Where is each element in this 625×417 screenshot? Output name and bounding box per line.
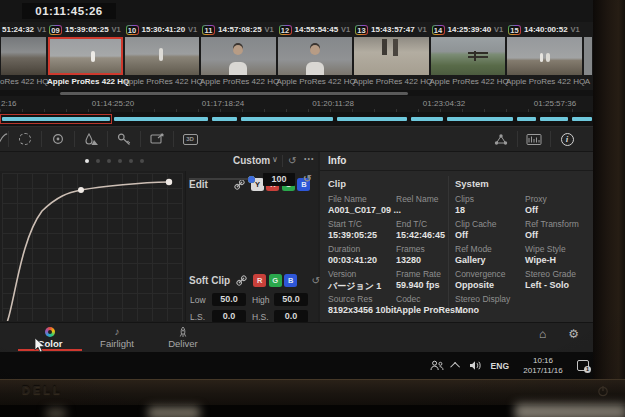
curves-icon[interactable]: [0, 132, 8, 146]
info-field: Stereo Grade Left - Solo: [525, 269, 591, 288]
windows-taskbar[interactable]: ENG 10:16 2017/11/16 1: [0, 352, 593, 379]
clip-header: 15 14:40:00:52 V1: [506, 22, 583, 37]
clip-codec-label: Apple ProRes 422 HQ: [200, 75, 277, 89]
info-field-value: Gallery: [455, 255, 521, 265]
ruler-timecode: 01:25:57:36: [534, 99, 576, 108]
clip-header: [583, 22, 593, 37]
clip-item[interactable]: 15 14:40:00:52 V1 Apple ProRes 422 HQ: [506, 22, 583, 90]
taskbar-clock[interactable]: 10:16 2017/11/16: [518, 356, 568, 376]
palette-page-dots[interactable]: [85, 159, 144, 163]
ruler-timecode: 01:17:18:24: [202, 99, 244, 108]
link-icon[interactable]: [236, 275, 247, 286]
clock-time: 10:16: [518, 356, 568, 366]
monitor-brand-logo: DELL: [22, 384, 63, 396]
clip-item[interactable]: 10 15:30:41:20 V1 Apple ProRes 422 HQ: [124, 22, 201, 90]
info-field-value: Left - Solo: [525, 280, 591, 290]
volume-icon[interactable]: [469, 360, 482, 371]
clip-codec-label: Apple ProRes 422 HQ: [353, 75, 430, 89]
people-icon[interactable]: [430, 360, 444, 371]
clip-codec-label: oRes 422 HQ: [0, 75, 47, 89]
clip-thumbnail[interactable]: [1, 37, 46, 75]
node-graph-icon[interactable]: [485, 133, 517, 146]
info-field-label: Ref Mode: [455, 244, 521, 254]
clip-item[interactable]: A: [583, 22, 593, 90]
monitor-bezel-bottom: [0, 379, 625, 405]
clip-codec-label: Apple ProRes 422 HQ: [124, 75, 201, 89]
clip-item[interactable]: 13 15:43:57:47 V1 Apple ProRes 422 HQ: [353, 22, 430, 90]
info-field-value: Apple ProRes ...: [396, 305, 448, 315]
clip-item[interactable]: 09 15:39:05:25 V1 Apple ProRes 422 HQ: [47, 22, 124, 90]
options-icon[interactable]: •••: [304, 155, 314, 162]
reset-icon[interactable]: ↺: [312, 276, 320, 286]
slider-handle[interactable]: [248, 176, 255, 183]
info-field-label: Clips: [455, 194, 521, 204]
monitor-power-button[interactable]: [597, 385, 609, 397]
clip-item[interactable]: 14 14:25:39:40 V1 Apple ProRes 422 HQ: [430, 22, 507, 90]
scrollbar-thumb[interactable]: [60, 92, 408, 96]
info-field: Frames 13280: [396, 244, 448, 263]
soft-clip-field: High 50.0: [252, 293, 314, 306]
clip-thumbnail[interactable]: [48, 37, 123, 75]
clip-item[interactable]: 11 14:57:08:25 V1 Apple ProRes 422 HQ: [200, 22, 277, 90]
clip-thumbnail[interactable]: [507, 37, 582, 75]
key-icon[interactable]: [108, 133, 140, 146]
channel-button[interactable]: R: [253, 274, 266, 287]
custom-curve-graph[interactable]: [2, 173, 183, 321]
clip-item[interactable]: 51:24:32 V1 oRes 422 HQ: [0, 22, 47, 90]
timeline-bar[interactable]: [0, 112, 593, 126]
curves-mode-dropdown[interactable]: Custom: [233, 155, 270, 166]
curve-slider-row: 100 ↺: [189, 171, 316, 187]
action-center-icon[interactable]: 1: [577, 360, 589, 371]
language-indicator[interactable]: ENG: [491, 361, 509, 371]
clip-thumbnail[interactable]: [201, 37, 276, 75]
info-field-value: 13280: [396, 255, 448, 265]
info-field: Clips 18: [455, 194, 521, 213]
reset-icon[interactable]: ↺: [288, 156, 296, 166]
blur-icon[interactable]: [75, 133, 107, 146]
info-field: Proxy Off: [525, 194, 591, 213]
info-icon[interactable]: i: [551, 133, 583, 146]
clip-thumbnail[interactable]: [278, 37, 353, 75]
reset-icon[interactable]: ↺: [303, 174, 311, 184]
tracker-icon[interactable]: [42, 132, 74, 146]
info-field: Ref Transform Off: [525, 219, 591, 238]
clip-codec-label: A: [583, 75, 593, 89]
ruler-timecode: 01:20:11:28: [312, 99, 354, 108]
clip-thumbnail[interactable]: [125, 37, 200, 75]
info-field-label: Start T/C: [328, 219, 392, 229]
power-window-icon[interactable]: [9, 133, 41, 145]
clip-thumbnail[interactable]: [354, 37, 429, 75]
slider-value[interactable]: 100: [263, 173, 295, 186]
field-value[interactable]: 50.0: [274, 293, 308, 306]
info-field: Frame Rate 59.940 fps: [396, 269, 448, 288]
stereo-3d-icon[interactable]: 3D: [174, 134, 206, 145]
curves-edit-panel: Edit YRGB ↺ 100 ↺: [185, 171, 318, 322]
ruler-timecode: 2:16: [1, 99, 17, 108]
chevron-down-icon[interactable]: ∨: [272, 155, 278, 164]
clip-header: 14 14:25:39:40 V1: [430, 22, 507, 37]
rocket-icon: [178, 326, 189, 337]
tab-color[interactable]: Color: [18, 323, 82, 352]
clip-thumbnail[interactable]: [584, 37, 592, 75]
clip-header: 51:24:32 V1: [0, 22, 47, 37]
scopes-icon[interactable]: [518, 133, 550, 146]
clip-item[interactable]: 12 14:55:54:45 V1 Apple ProRes 422 HQ: [277, 22, 354, 90]
info-field-label: Proxy: [525, 194, 591, 204]
sizing-icon[interactable]: [141, 133, 173, 145]
timeline-ruler[interactable]: 2:1601:14:25:2001:17:18:2401:20:11:2801:…: [0, 96, 593, 112]
channel-button[interactable]: B: [284, 274, 297, 287]
home-icon[interactable]: ⌂: [539, 328, 546, 340]
tray-expand-chevron-icon[interactable]: [453, 362, 460, 369]
clip-timecode: 51:24:32: [2, 25, 34, 34]
tab-fairlight[interactable]: ♪ Fairlight: [85, 323, 149, 352]
gear-icon[interactable]: ⚙: [568, 328, 579, 340]
info-field-value: 8192x3456 10bit: [328, 305, 392, 315]
clip-thumbnail[interactable]: [431, 37, 506, 75]
slider-track[interactable]: [189, 178, 255, 180]
field-value[interactable]: 50.0: [212, 293, 246, 306]
clip-number-badge: 10: [126, 25, 139, 35]
tab-deliver[interactable]: Deliver: [151, 323, 215, 352]
info-field-value: 00:03:41:20: [328, 255, 392, 265]
channel-button[interactable]: G: [269, 274, 282, 287]
info-panel: Info Clip System File Name A001_C017_09 …: [320, 152, 593, 322]
